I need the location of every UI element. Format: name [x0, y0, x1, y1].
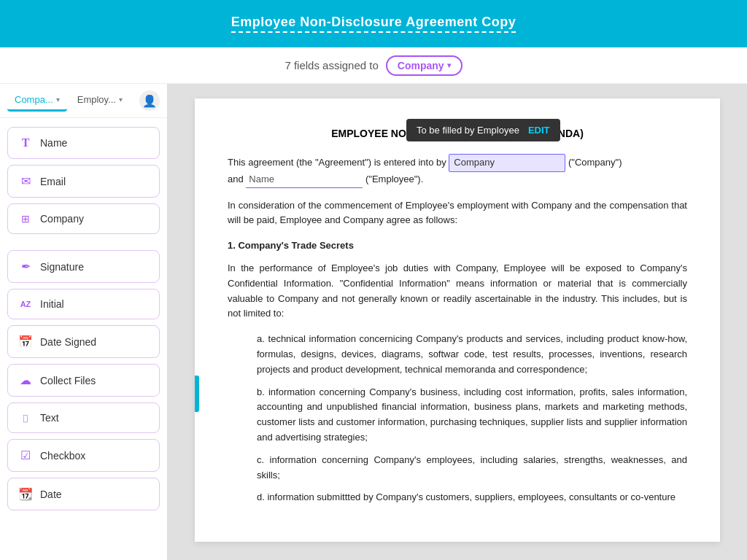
item-b: b. information concerning Company's busi…: [257, 385, 687, 446]
sidebar-tab-company-label: Compa...: [15, 94, 53, 105]
document-title: Employee Non-Disclosure Agreement Copy: [231, 15, 516, 33]
main-layout: Compa... ▾ Employ... ▾ 👤 T Name ✉ Email …: [0, 84, 747, 560]
item-d: d. information submittted by Company's c…: [257, 490, 687, 505]
field-item-checkbox[interactable]: ☑ Checkbox: [7, 439, 160, 472]
text-box-icon: ⌷: [18, 413, 33, 424]
text-t-icon: T: [18, 136, 33, 149]
item-c: c. information concerning Company's empl…: [257, 453, 687, 483]
edit-button[interactable]: EDIT: [528, 125, 550, 136]
calendar-icon: 📅: [18, 335, 33, 349]
app-header: Employee Non-Disclosure Agreement Copy: [0, 0, 747, 47]
field-item-collect-files[interactable]: ☁ Collect Files: [7, 364, 160, 397]
fields-assigned-text: 7 fields assigned to: [285, 59, 378, 71]
section1-title: 1. Company's Trade Secrets: [228, 238, 687, 254]
field-signature-label: Signature: [40, 261, 84, 273]
field-item-signature[interactable]: ✒ Signature: [7, 250, 160, 283]
upload-cloud-icon: ☁: [18, 373, 33, 387]
chevron-down-icon: ▾: [447, 61, 451, 69]
field-collect-files-label: Collect Files: [40, 375, 96, 386]
field-item-date[interactable]: 📆 Date: [7, 478, 160, 510]
company-selector[interactable]: Company ▾: [386, 55, 462, 76]
left-accent-bar: [195, 376, 199, 412]
add-signer-button[interactable]: 👤: [139, 90, 160, 111]
field-name-label: Name: [40, 137, 67, 149]
tooltip-filled-by-employee: To be filled by Employee EDIT: [406, 119, 560, 141]
name-suffix: ("Employee").: [365, 174, 423, 184]
date-icon: 📆: [18, 487, 33, 501]
subheader: 7 fields assigned to Company ▾: [0, 47, 747, 84]
company-suffix: ("Company"): [568, 157, 622, 168]
field-checkbox-label: Checkbox: [40, 450, 85, 462]
field-email-label: Email: [40, 176, 66, 187]
field-item-email[interactable]: ✉ Email: [7, 165, 160, 198]
field-item-company[interactable]: ⊞ Company: [7, 203, 160, 234]
add-person-icon: 👤: [142, 94, 157, 108]
and-text: and: [228, 174, 244, 184]
field-date-signed-label: Date Signed: [40, 336, 96, 348]
company-inline-field[interactable]: Company: [449, 154, 565, 172]
chevron-down-icon: ▾: [56, 96, 60, 104]
field-item-text[interactable]: ⌷ Text: [7, 402, 160, 433]
field-company-label: Company: [40, 213, 84, 225]
field-date-label: Date: [40, 489, 62, 500]
intro-paragraph: This agreement (the "Agreement") is ente…: [228, 154, 687, 188]
sidebar-tab-employee-label: Employ...: [77, 94, 116, 105]
company-icon: ⊞: [18, 213, 33, 225]
sidebar-tabs: Compa... ▾ Employ... ▾ 👤: [0, 84, 167, 118]
consideration-paragraph: In consideration of the commencement of …: [228, 198, 687, 229]
name-inline-field[interactable]: Name: [246, 172, 363, 188]
field-item-initial[interactable]: AZ Initial: [7, 289, 160, 319]
field-text-label: Text: [40, 412, 59, 424]
tooltip-text: To be filled by Employee: [417, 125, 519, 136]
company-selector-label: Company: [398, 60, 444, 71]
email-icon: ✉: [18, 174, 33, 188]
field-item-date-signed[interactable]: 📅 Date Signed: [7, 325, 160, 358]
signature-icon: ✒: [18, 260, 33, 273]
document-paper: To be filled by Employee EDIT EMPLOYEE N…: [195, 98, 720, 542]
chevron-down-icon: ▾: [119, 96, 123, 104]
checkbox-icon: ☑: [18, 448, 33, 462]
document-area: To be filled by Employee EDIT EMPLOYEE N…: [168, 84, 747, 560]
sidebar: Compa... ▾ Employ... ▾ 👤 T Name ✉ Email …: [0, 84, 168, 560]
sidebar-tab-company[interactable]: Compa... ▾: [7, 90, 67, 112]
section1-paragraph: In the performance of Employee's job dut…: [228, 261, 687, 322]
field-items-list: T Name ✉ Email ⊞ Company ✒ Signature AZ …: [0, 118, 167, 519]
document-body: This agreement (the "Agreement") is ente…: [228, 154, 687, 505]
field-initial-label: Initial: [40, 298, 64, 310]
sidebar-tab-employee[interactable]: Employ... ▾: [70, 90, 130, 112]
intro-text: This agreement (the "Agreement") is ente…: [228, 157, 446, 168]
item-a: a. technical information concernicing Co…: [257, 332, 687, 377]
initial-icon: AZ: [18, 300, 33, 308]
field-item-name[interactable]: T Name: [7, 127, 160, 159]
